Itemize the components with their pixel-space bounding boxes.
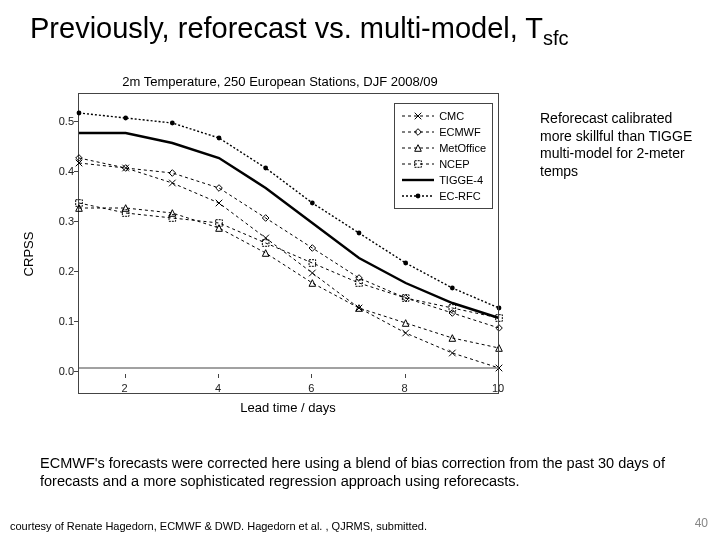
legend-item: EC-RFC: [401, 188, 486, 204]
svg-point-51: [77, 111, 82, 116]
svg-point-72: [416, 194, 421, 199]
svg-point-58: [403, 261, 408, 266]
y-tick-label: 0.3: [46, 215, 74, 227]
legend-item: MetOffice: [401, 140, 486, 156]
legend: CMCECMWFMetOfficeNCEPTIGGE-4EC-RFC: [394, 103, 493, 209]
svg-point-53: [170, 121, 175, 126]
caption-text: ECMWF's forecasts were corrected here us…: [40, 454, 680, 490]
annotation-text: Reforecast calibrated more skillful than…: [540, 110, 700, 180]
legend-item: ECMWF: [401, 124, 486, 140]
chart-container: 2m Temperature, 250 European Stations, D…: [30, 74, 530, 434]
svg-marker-35: [262, 250, 269, 257]
svg-point-60: [497, 306, 502, 311]
page-number: 40: [695, 516, 708, 530]
svg-marker-38: [402, 320, 409, 327]
svg-point-56: [310, 201, 315, 206]
y-axis-label: CRPSS: [21, 232, 36, 277]
y-tick-label: 0.2: [46, 265, 74, 277]
plot-area: CMCECMWFMetOfficeNCEPTIGGE-4EC-RFC: [78, 93, 499, 394]
svg-marker-36: [309, 280, 316, 287]
y-tick-label: 0.4: [46, 165, 74, 177]
y-tick-label: 0.0: [46, 365, 74, 377]
title-subscript: sfc: [543, 27, 569, 49]
legend-label: EC-RFC: [439, 190, 481, 202]
svg-rect-46: [309, 260, 316, 267]
y-tick-label: 0.1: [46, 315, 74, 327]
svg-marker-34: [216, 225, 223, 232]
svg-point-54: [217, 136, 222, 141]
svg-point-59: [450, 286, 455, 291]
y-tick-label: 0.5: [46, 115, 74, 127]
footer-credit: courtesy of Renate Hagedorn, ECMWF & DWD…: [10, 520, 427, 532]
legend-label: MetOffice: [439, 142, 486, 154]
svg-marker-24: [216, 185, 223, 192]
svg-point-52: [123, 116, 128, 121]
slide-title: Previously, reforecast vs. multi-model, …: [0, 0, 720, 54]
legend-label: TIGGE-4: [439, 174, 483, 186]
legend-item: CMC: [401, 108, 486, 124]
x-axis-label: Lead time / days: [78, 400, 498, 415]
legend-label: ECMWF: [439, 126, 481, 138]
legend-item: NCEP: [401, 156, 486, 172]
svg-marker-40: [496, 345, 503, 352]
legend-label: CMC: [439, 110, 464, 122]
legend-item: TIGGE-4: [401, 172, 486, 188]
svg-marker-27: [356, 275, 363, 282]
svg-point-55: [263, 166, 268, 171]
legend-label: NCEP: [439, 158, 470, 170]
title-main: Previously, reforecast vs. multi-model, …: [30, 12, 543, 44]
svg-point-57: [357, 231, 362, 236]
chart-title: 2m Temperature, 250 European Stations, D…: [30, 74, 530, 89]
